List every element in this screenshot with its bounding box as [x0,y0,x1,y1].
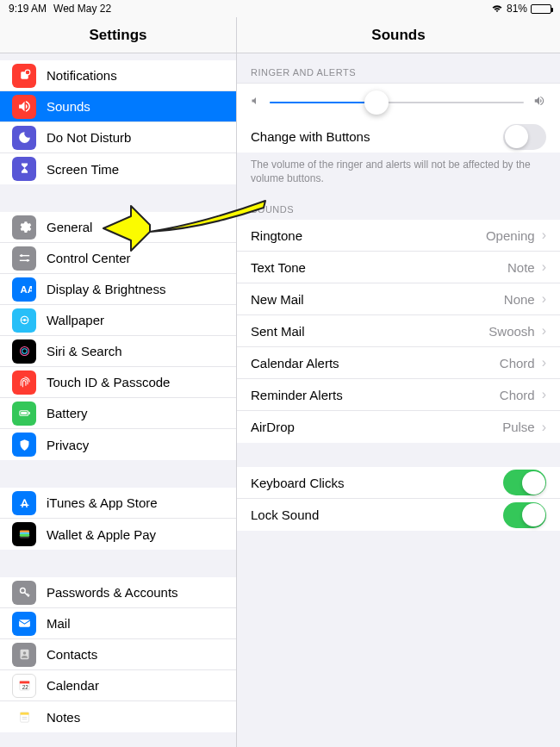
sidebar-item-label: Privacy [47,438,224,452]
sound-value: Swoosh [488,324,534,339]
chevron-right-icon: › [542,387,546,402]
contacts-icon [12,643,36,667]
change-with-buttons-row: Change with Buttons [237,121,560,153]
toggle-row-keyboard-clicks: Keyboard Clicks [237,467,560,499]
sidebar-item-label: iTunes & App Store [47,495,224,510]
mail-icon [12,612,36,636]
svg-text:AA: AA [20,284,31,295]
status-date: Wed May 22 [53,3,111,15]
calendar-icon: 22 [12,674,36,698]
battery-percent: 81% [507,3,527,15]
sidebar-item-display-brightness[interactable]: AADisplay & Brightness [0,274,236,305]
itunes-app-store-icon [12,491,36,515]
status-time: 9:19 AM [9,3,47,15]
sound-label: Ringtone [251,228,486,243]
svg-point-18 [20,588,25,594]
sidebar-item-notes[interactable]: Notes [0,701,236,732]
sidebar-item-wallet-apple-pay[interactable]: Wallet & Apple Pay [0,519,236,550]
sidebar-item-label: Siri & Search [47,344,224,358]
sidebar-item-label: Screen Time [47,162,224,177]
sound-row-new-mail[interactable]: New MailNone› [237,283,560,315]
sound-value: Chord [500,356,535,370]
sidebar-item-label: Do Not Disturb [47,130,224,145]
sound-label: Reminder Alerts [251,388,500,402]
privacy-icon [12,433,36,457]
slider-knob[interactable] [364,90,389,115]
sound-value: None [504,292,535,307]
sidebar-item-wallpaper[interactable]: Wallpaper [0,305,236,336]
sidebar-item-sounds[interactable]: Sounds [0,91,236,122]
lock-sound-toggle[interactable] [503,502,546,528]
screen-time-icon [12,157,36,181]
change-buttons-toggle[interactable] [503,124,546,150]
sound-label: New Mail [251,292,504,307]
volume-high-icon [532,95,546,109]
chevron-right-icon: › [542,323,546,339]
sidebar-item-calendar[interactable]: 22Calendar [0,670,236,701]
sidebar-item-notifications[interactable]: Notifications [0,60,236,91]
general-icon [12,215,36,240]
sound-row-calendar-alerts[interactable]: Calendar AlertsChord› [237,347,560,379]
sidebar-item-itunes-app-store[interactable]: iTunes & App Store [0,488,236,519]
sidebar-item-do-not-disturb[interactable]: Do Not Disturb [0,122,236,153]
control-center-icon [12,246,36,271]
display-brightness-icon: AA [12,277,36,302]
svg-point-10 [22,349,27,354]
sidebar-item-mail[interactable]: Mail [0,608,236,639]
keyboard-clicks-toggle[interactable] [503,470,546,495]
chevron-right-icon: › [542,420,546,435]
sidebar-item-general[interactable]: General [0,212,236,243]
notes-icon [12,705,36,729]
sounds-icon [12,95,36,119]
sidebar-item-passwords-accounts[interactable]: Passwords & Accounts [0,577,236,608]
svg-point-21 [22,651,26,655]
wallpaper-icon [12,308,36,333]
siri-search-icon [12,339,36,364]
svg-rect-13 [21,412,27,414]
wallet-apple-pay-icon [12,522,36,546]
sound-label: Sent Mail [251,324,488,339]
passwords-accounts-icon [12,581,36,605]
chevron-right-icon: › [542,291,546,307]
sound-row-text-tone[interactable]: Text ToneNote› [237,252,560,283]
sound-value: Pulse [502,420,535,434]
svg-text:22: 22 [22,684,28,690]
sidebar-item-control-center[interactable]: Control Center [0,243,236,274]
sidebar-item-label: Wallpaper [47,313,224,327]
sound-row-airdrop[interactable]: AirDropPulse› [237,411,560,443]
battery-icon [531,4,551,14]
svg-rect-5 [19,260,28,261]
sidebar-item-label: Contacts [47,647,224,662]
sound-label: AirDrop [251,420,502,434]
sidebar-item-screen-time[interactable]: Screen Time [0,153,236,184]
sidebar-item-touch-id-passcode[interactable]: Touch ID & Passcode [0,367,236,398]
sound-row-reminder-alerts[interactable]: Reminder AlertsChord› [237,379,560,411]
sidebar-item-label: Battery [47,406,224,420]
volume-low-icon [251,96,261,109]
sidebar-item-label: Passwords & Accounts [47,585,224,600]
svg-point-9 [20,347,28,356]
svg-point-1 [25,70,30,75]
sound-value: Opening [486,228,535,243]
sidebar-item-privacy[interactable]: Privacy [0,429,236,460]
chevron-right-icon: › [542,355,546,370]
sidebar-item-siri-search[interactable]: Siri & Search [0,336,236,367]
sidebar-item-battery[interactable]: Battery [0,398,236,429]
do-not-disturb-icon [12,126,36,150]
svg-rect-19 [19,619,30,627]
toggle-label: Lock Sound [251,507,503,522]
sidebar-title: Settings [0,17,236,53]
sidebar-item-contacts[interactable]: Contacts [0,639,236,670]
svg-rect-26 [20,712,28,714]
sidebar-item-label: Touch ID & Passcode [47,375,224,389]
volume-slider[interactable] [270,102,524,103]
battery-icon [12,402,36,426]
svg-rect-12 [28,412,29,414]
sidebar-item-label: Display & Brightness [47,282,224,296]
sound-row-ringtone[interactable]: RingtoneOpening› [237,220,560,252]
toggle-label: Keyboard Clicks [251,476,503,490]
sound-row-sent-mail[interactable]: Sent MailSwoosh› [237,315,560,347]
sidebar-item-label: Mail [47,616,224,631]
sidebar-item-label: Sounds [47,99,224,114]
sound-label: Calendar Alerts [251,356,500,370]
